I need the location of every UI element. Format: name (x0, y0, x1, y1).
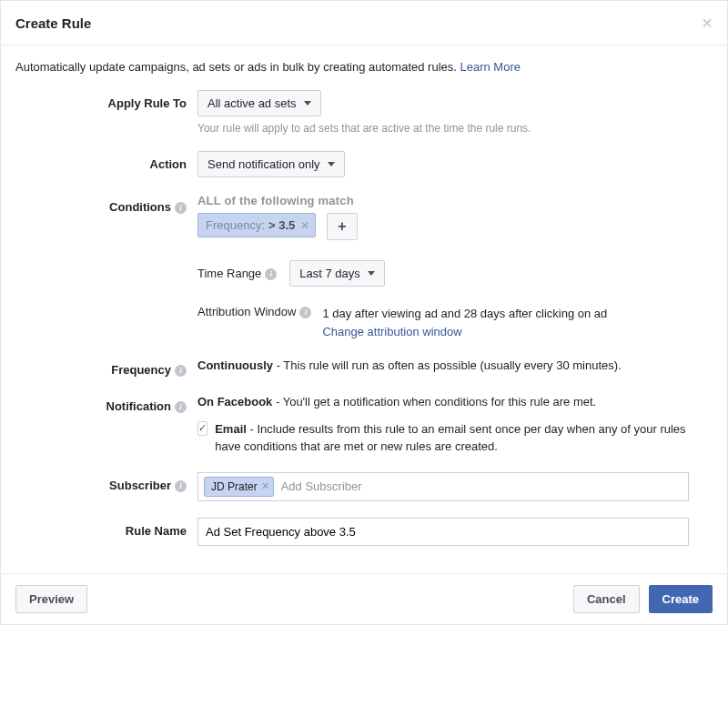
info-icon[interactable]: i (175, 365, 187, 377)
conditions-label: Conditionsi (15, 194, 197, 214)
apply-rule-value: All active ad sets (207, 96, 297, 110)
action-value: Send notification only (207, 157, 320, 171)
attribution-window-label: Attribution Windowi (197, 305, 311, 318)
action-dropdown[interactable]: Send notification only (197, 151, 345, 177)
frequency-bold: Continuously (197, 358, 273, 372)
close-icon[interactable]: × (702, 14, 713, 32)
frequency-description: Continuously - This rule will run as oft… (197, 357, 713, 375)
remove-subscriber-icon[interactable]: ✕ (261, 480, 269, 492)
learn-more-link[interactable]: Learn More (460, 60, 521, 74)
intro-text: Automatically update campaigns, ad sets … (15, 60, 713, 74)
subscriber-token-name: JD Prater (211, 480, 258, 493)
notification-facebook: On Facebook - You'll get a notification … (197, 393, 713, 411)
attribution-window-value: 1 day after viewing ad and 28 days after… (322, 307, 607, 320)
apply-rule-label: Apply Rule To (15, 90, 197, 110)
subscriber-label-text: Subscriber (109, 479, 171, 492)
frequency-label: Frequencyi (15, 357, 197, 377)
caret-down-icon (328, 162, 335, 166)
time-range-value: Last 7 days (299, 267, 360, 280)
time-range-dropdown[interactable]: Last 7 days (289, 260, 385, 287)
info-icon[interactable]: i (299, 307, 311, 318)
email-checkbox[interactable]: ✓ (197, 421, 207, 436)
notification-email-bold: Email (215, 422, 247, 436)
notification-label: Notificationi (15, 393, 197, 413)
caret-down-icon (304, 101, 311, 106)
frequency-label-text: Frequency (111, 363, 171, 377)
modal-footer: Preview Cancel Create (1, 573, 727, 624)
condition-chip-frequency[interactable]: Frequency: > 3.5 ✕ (197, 213, 316, 237)
change-attribution-link[interactable]: Change attribution window (322, 325, 461, 338)
create-rule-modal: Create Rule × Automatically update campa… (0, 0, 728, 625)
subscriber-input[interactable]: JD Prater ✕ (197, 472, 689, 501)
info-icon[interactable]: i (175, 202, 187, 214)
subscriber-token[interactable]: JD Prater ✕ (204, 477, 274, 497)
conditions-label-text: Conditions (109, 200, 171, 214)
rule-name-label: Rule Name (15, 518, 197, 538)
notification-email-rest: - Include results from this rule to an e… (215, 422, 685, 454)
modal-header: Create Rule × (1, 1, 727, 45)
notification-label-text: Notification (106, 399, 172, 413)
apply-rule-help: Your rule will apply to ad sets that are… (197, 122, 713, 135)
time-range-label-text: Time Range (197, 267, 261, 280)
add-condition-button[interactable]: + (327, 213, 358, 240)
attribution-window-text: 1 day after viewing ad and 28 days after… (322, 305, 607, 340)
conditions-head: ALL of the following match (197, 194, 713, 207)
frequency-rest: - This rule will run as often as possibl… (273, 358, 622, 372)
modal-title: Create Rule (15, 15, 91, 31)
intro-copy: Automatically update campaigns, ad sets … (15, 60, 460, 74)
notification-fb-bold: On Facebook (197, 395, 272, 408)
apply-rule-dropdown[interactable]: All active ad sets (197, 90, 321, 116)
action-label: Action (15, 151, 197, 171)
cancel-button[interactable]: Cancel (573, 585, 640, 613)
caret-down-icon (368, 271, 375, 276)
notification-fb-rest: - You'll get a notification when conditi… (272, 395, 596, 408)
info-icon[interactable]: i (175, 480, 187, 492)
condition-chip-value: > 3.5 (268, 218, 295, 232)
time-range-label: Time Rangei (197, 267, 277, 280)
notification-email: Email - Include results from this rule t… (215, 420, 713, 456)
attribution-window-label-text: Attribution Window (197, 305, 296, 318)
add-subscriber-field[interactable] (281, 478, 682, 495)
subscriber-label: Subscriberi (15, 472, 197, 492)
info-icon[interactable]: i (265, 268, 277, 280)
create-button[interactable]: Create (649, 585, 713, 613)
condition-chip-key: Frequency: (206, 218, 265, 232)
modal-body: Automatically update campaigns, ad sets … (1, 45, 727, 573)
preview-button[interactable]: Preview (15, 585, 87, 613)
rule-name-input[interactable] (197, 518, 689, 546)
info-icon[interactable]: i (175, 401, 187, 413)
remove-condition-icon[interactable]: ✕ (300, 219, 309, 232)
